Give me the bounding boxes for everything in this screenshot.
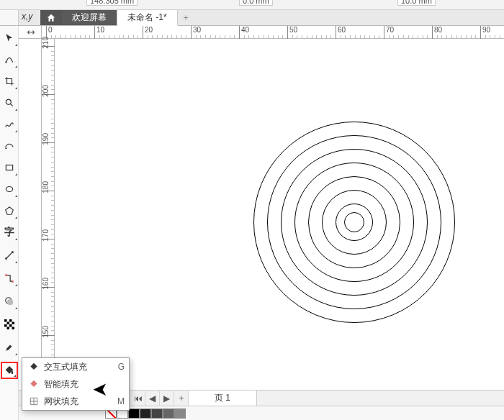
fill-smart-icon [27,379,41,389]
fill-mesh-icon [27,396,41,406]
svg-rect-2 [6,165,12,170]
toolbox: 字 [0,26,19,420]
text-tool[interactable]: 字 [1,224,18,241]
readout-b: 0.0 mm [239,0,273,6]
fill-tool[interactable] [1,362,18,379]
flyout-smart-fill[interactable]: 智能填充 [22,375,129,393]
flyout-item-shortcut: M [113,396,125,406]
page-next-button[interactable]: ▶ [160,391,174,406]
readout-c: 10.0 mm [397,0,436,6]
swatch[interactable] [128,408,140,419]
ruler-left-gutter [19,39,42,390]
svg-rect-11 [9,319,12,322]
ruler-corner [19,26,42,39]
fill-interactive-icon [27,362,41,372]
document-tabs: 欢迎屏幕 未命名 -1* ＋ [19,10,504,26]
flyout-item-label: 交互式填充 [41,361,113,373]
page-add-button[interactable]: ＋ [174,391,189,406]
flyout-mesh-fill[interactable]: 网状填充 M [22,393,129,410]
tab-current-label: 未命名 -1* [127,12,167,24]
cursor-xy-box [0,10,19,26]
artistic-media-tool[interactable] [1,137,18,155]
page-first-button[interactable]: ⏮ [131,391,145,406]
polygon-tool[interactable] [1,202,18,219]
svg-rect-13 [12,322,14,325]
svg-point-0 [5,61,6,63]
swatch[interactable] [140,408,151,419]
svg-rect-5 [5,274,7,276]
fill-flyout: 交互式填充 G 智能填充 网状填充 M [22,357,130,411]
page-prev-button[interactable]: ◀ [145,391,160,406]
ellipse-tool[interactable] [1,181,18,198]
freehand-tool[interactable] [1,116,18,133]
svg-rect-17 [12,327,14,330]
flyout-item-shortcut: G [113,362,125,372]
ruler-vertical: 210200190180170160150 [42,39,55,390]
svg-point-1 [6,99,11,104]
eyedropper-tool[interactable] [1,339,18,356]
flyout-interactive-fill[interactable]: 交互式填充 G [22,358,129,375]
page-tab[interactable]: 页 1 [189,391,257,406]
svg-rect-14 [4,324,7,327]
shape-edit-tool[interactable] [1,51,18,68]
canvas[interactable] [55,39,504,390]
svg-rect-16 [6,327,9,330]
swatch[interactable] [174,408,186,419]
xy-label: x,y [22,12,32,22]
page-label: 页 1 [215,392,230,404]
properties-bar: 148.305 mm 0.0 mm 10.0 mm [0,0,504,10]
tab-welcome[interactable]: 欢迎屏幕 [62,10,117,25]
home-icon[interactable] [40,10,62,25]
connector-tool[interactable] [1,270,18,287]
dropshadow-tool[interactable] [1,293,18,310]
svg-rect-12 [6,322,9,325]
svg-rect-10 [4,319,7,322]
add-tab-button[interactable]: ＋ [178,10,194,25]
pick-tool[interactable] [1,29,18,47]
readout-a: 148.305 mm [86,0,138,6]
swatch[interactable] [151,408,163,419]
svg-rect-15 [9,324,12,327]
swatch[interactable] [163,408,174,419]
tab-welcome-label: 欢迎屏幕 [72,12,107,24]
tab-current[interactable]: 未命名 -1* [117,10,178,26]
dimension-tool[interactable] [1,247,18,264]
annotation-arrow: ➤ [92,378,108,401]
ruler-horizontal: 0102030405060708090 [42,26,504,39]
svg-point-3 [6,187,12,192]
transparency-tool[interactable] [1,316,18,333]
rectangle-tool[interactable] [1,159,18,176]
crop-tool[interactable] [1,73,18,90]
svg-point-8 [7,299,13,305]
svg-marker-4 [5,207,13,215]
zoom-tool[interactable] [1,94,18,111]
